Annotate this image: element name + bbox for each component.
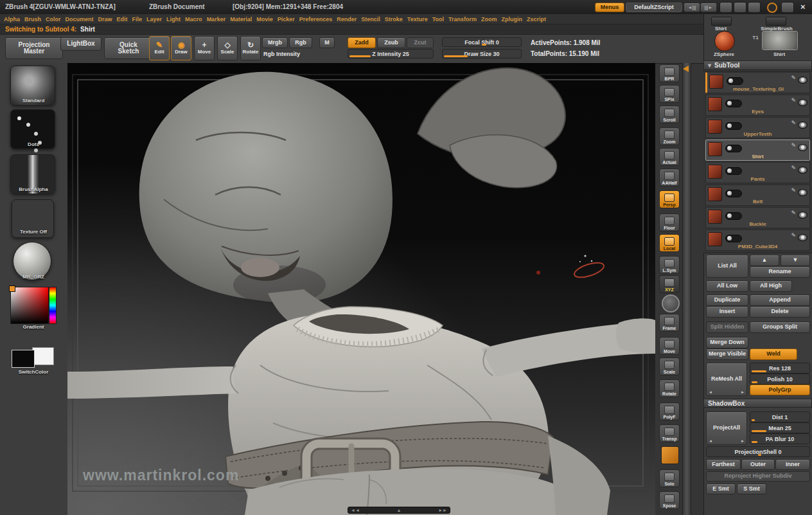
append-button[interactable]: Append xyxy=(750,294,810,306)
menu-item-zoom[interactable]: Zoom xyxy=(481,16,497,23)
scroll-left-icon[interactable]: ◄◄ xyxy=(351,508,360,512)
menu-item-zscript[interactable]: Zscript xyxy=(527,16,546,23)
close-icon[interactable]: × xyxy=(800,2,806,12)
menu-item-stroke[interactable]: Stroke xyxy=(385,16,403,23)
quick-sketch-button[interactable]: Quick Sketch xyxy=(104,37,153,59)
move-button[interactable]: + Move xyxy=(194,36,215,60)
canvas-tool-aahalf[interactable]: AAHalf xyxy=(659,168,680,186)
polypaint-icon[interactable]: ✎ xyxy=(791,232,796,239)
eye-icon[interactable] xyxy=(798,122,808,129)
panel-collapse-arrow-icon[interactable] xyxy=(683,66,689,72)
color-picker[interactable] xyxy=(10,287,49,324)
scale-button[interactable]: ◇ Scale xyxy=(217,36,238,60)
weld-button[interactable]: Weld xyxy=(750,348,797,360)
split-hidden-button[interactable]: Split Hidden xyxy=(706,321,748,333)
polypaint-icon[interactable]: ✎ xyxy=(791,187,796,194)
subtool-item[interactable]: ✎ Belt xyxy=(705,185,810,206)
menu-item-material[interactable]: Material xyxy=(230,16,252,23)
menu-item-brush[interactable]: Brush xyxy=(24,16,41,23)
menu-item-stencil[interactable]: Stencil xyxy=(361,16,380,23)
zsphere-thumbnail[interactable] xyxy=(714,31,735,51)
all-low-button[interactable]: All Low xyxy=(706,280,748,292)
window-icon[interactable] xyxy=(719,2,732,13)
outer-button[interactable]: Outer xyxy=(741,459,775,470)
polish-slider[interactable]: Polish 10 xyxy=(750,374,810,384)
groups-split-button[interactable]: Groups Split xyxy=(750,321,810,333)
menu-item-zplugin[interactable]: Zplugin xyxy=(502,16,523,23)
subtool-item[interactable]: ✎ Pants xyxy=(705,162,810,183)
eye-icon[interactable] xyxy=(798,77,808,84)
subtool-header[interactable]: ▾ SubTool xyxy=(703,60,812,70)
canvas-tool-xyz[interactable]: XYZ xyxy=(659,275,680,293)
farthest-button[interactable]: Farthest xyxy=(706,459,741,470)
delete-button[interactable]: Delete xyxy=(750,306,810,318)
subtool-item[interactable]: ✎ PM3D_Cube3D4 xyxy=(705,230,810,251)
visibility-toggle[interactable] xyxy=(725,100,742,107)
canvas-tool-polyf[interactable]: PolyF xyxy=(659,402,680,420)
polygrp-button[interactable]: PolyGrp xyxy=(750,384,810,395)
mrgb-button[interactable]: Mrgb xyxy=(262,37,288,48)
canvas-tool-transp[interactable]: Transp xyxy=(659,424,680,442)
insert-button[interactable]: Insert xyxy=(706,306,748,318)
polypaint-icon[interactable]: ✎ xyxy=(791,75,796,81)
eye-icon[interactable] xyxy=(798,189,808,196)
menu-item-color[interactable]: Color xyxy=(46,16,61,23)
eye-icon[interactable] xyxy=(798,144,808,151)
recent-tool-thumbnail[interactable] xyxy=(711,17,732,26)
canvas-tool-rotate[interactable]: Rotate xyxy=(659,379,680,397)
merge-visible-button[interactable]: Merge Visible xyxy=(706,348,748,360)
zcut-button[interactable]: Zcut xyxy=(407,37,434,48)
list-all-button[interactable]: List All xyxy=(706,255,748,278)
polypaint-icon[interactable]: ✎ xyxy=(791,97,796,104)
menu-item-render[interactable]: Render xyxy=(337,16,357,23)
zscript-button[interactable]: DefaultZScript xyxy=(626,3,682,12)
gyro-icon[interactable] xyxy=(662,294,680,312)
m-button[interactable]: M xyxy=(319,37,335,48)
zadd-button[interactable]: Zadd xyxy=(348,37,376,48)
subtool-item-selected[interactable]: ✎ Shirt xyxy=(705,140,810,161)
menu-item-alpha[interactable]: Alpha xyxy=(4,16,20,23)
draw-size-slider[interactable]: Draw Size 30 xyxy=(442,49,522,59)
mean-slider[interactable]: Mean 25 xyxy=(750,422,810,433)
canvas-tool-move[interactable]: Move xyxy=(659,337,680,355)
color-swatch[interactable] xyxy=(661,446,679,464)
menu-item-preferences[interactable]: Preferences xyxy=(299,16,333,23)
zsub-button[interactable]: Zsub xyxy=(377,37,405,48)
menu-item-marker[interactable]: Marker xyxy=(207,16,226,23)
visibility-toggle[interactable] xyxy=(725,235,742,242)
projection-master-button[interactable]: Projection Master xyxy=(5,37,63,59)
menu-item-picker[interactable]: Picker xyxy=(278,16,295,23)
subtool-item[interactable]: ✎ Eyes xyxy=(705,95,810,116)
canvas-tool-floor[interactable]: Floor xyxy=(659,213,680,231)
remesh-all-button[interactable]: ReMesh All ◄ ► xyxy=(706,363,747,396)
res-slider[interactable]: Res 128 xyxy=(750,363,810,374)
subtool-down-button[interactable]: ▼ xyxy=(781,255,810,266)
eye-icon[interactable] xyxy=(798,167,808,174)
remesh-left-icon[interactable]: ◄ xyxy=(709,390,712,394)
canvas-tool-actual[interactable]: Actual xyxy=(659,148,680,166)
eye-icon[interactable] xyxy=(798,234,808,241)
merge-down-button[interactable]: Merge Down xyxy=(706,337,748,348)
palette-icon[interactable] xyxy=(734,2,746,13)
canvas-tool-scale[interactable]: Scale xyxy=(659,357,680,375)
subtool-up-button[interactable]: ▲ xyxy=(750,255,779,266)
menus-button[interactable]: Menus xyxy=(595,3,624,12)
shadowbox-header[interactable]: ShadowBox xyxy=(703,399,812,408)
project-right-icon[interactable]: ► xyxy=(741,439,745,443)
project-all-button[interactable]: ProjectAll ◄ ► xyxy=(706,411,747,445)
subtool-item[interactable]: ✎ Buckle xyxy=(705,207,810,228)
canvas-tool-local[interactable]: Local xyxy=(659,234,680,252)
menu-item-texture[interactable]: Texture xyxy=(407,16,428,23)
scroll-up-icon[interactable]: ▲ xyxy=(397,508,402,512)
rgb-button[interactable]: Rgb xyxy=(289,37,312,48)
eye-icon[interactable] xyxy=(798,99,808,106)
reproject-button[interactable]: Reproject Higher Subdiv xyxy=(706,471,810,482)
polypaint-icon[interactable]: ✎ xyxy=(791,165,796,171)
visibility-toggle[interactable] xyxy=(727,77,743,85)
projection-shell-slider[interactable]: ProjectionShell 0 xyxy=(706,446,810,457)
menu-item-file[interactable]: File xyxy=(132,16,143,23)
z-intensity-slider[interactable]: Z Intensity 25 xyxy=(348,49,434,59)
snapshot-icon[interactable] xyxy=(781,2,794,13)
visibility-toggle[interactable] xyxy=(725,122,742,130)
pa-blur-slider[interactable]: PA Blur 10 xyxy=(750,433,810,444)
